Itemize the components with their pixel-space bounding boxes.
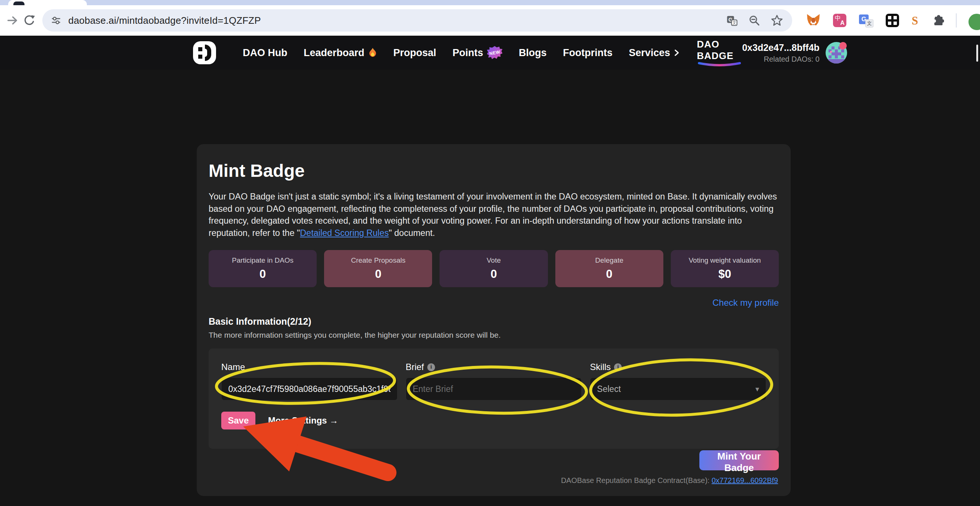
svg-text:文: 文 xyxy=(732,21,737,25)
bookmark-star-icon[interactable] xyxy=(771,14,783,27)
stat-delegate: Delegate 0 xyxy=(555,250,663,287)
nav-label: Leaderboard xyxy=(304,47,364,59)
brief-field-group: Brief i xyxy=(406,362,582,401)
nav-item-dao-hub[interactable]: DAO Hub xyxy=(243,47,287,59)
pink-translate-ext-icon[interactable]: 中A xyxy=(833,14,846,27)
stat-label: Participate in DAOs xyxy=(232,256,294,265)
translate-icon[interactable]: G文 xyxy=(726,14,738,26)
page-title: Mint Badge xyxy=(208,144,779,181)
name-input[interactable] xyxy=(221,377,398,401)
stat-label: Vote xyxy=(487,256,501,265)
more-settings-link[interactable]: More Settings → xyxy=(268,415,338,426)
basic-information-title: Basic Information(2/12) xyxy=(208,316,779,327)
nav-item-services[interactable]: Services xyxy=(629,47,680,59)
name-field-group: Name xyxy=(221,362,398,401)
wallet-info[interactable]: 0x3d2e47...8bff4b Related DAOs: 0 xyxy=(742,42,819,64)
forward-button[interactable] xyxy=(4,12,21,29)
notification-dot xyxy=(839,42,847,49)
webpage: DAO Hub Leaderboard Proposal Points NEW … xyxy=(0,36,980,506)
brief-label: Brief i xyxy=(406,362,582,372)
stat-label: Voting weight valuation xyxy=(689,256,760,265)
contract-footer-text: DAOBase Reputation Badge Contract(Base): xyxy=(561,476,712,484)
new-badge: NEW xyxy=(487,46,503,59)
extension-icons: 中A G文 S xyxy=(806,14,944,27)
grid-dot xyxy=(888,16,891,19)
flame-icon xyxy=(368,48,377,58)
stat-create-proposals: Create Proposals 0 xyxy=(324,250,432,287)
nav-item-points[interactable]: Points NEW xyxy=(452,46,503,59)
stat-voting-weight: Voting weight valuation $0 xyxy=(671,250,779,287)
nav-item-leaderboard[interactable]: Leaderboard xyxy=(304,47,377,59)
related-daos-count: Related DAOs: 0 xyxy=(742,55,819,64)
brief-input[interactable] xyxy=(406,377,582,401)
stat-value: 0 xyxy=(259,268,266,281)
stat-value: 0 xyxy=(490,268,497,281)
stat-vote: Vote 0 xyxy=(439,250,547,287)
logo-colon-mark xyxy=(198,47,202,59)
chevron-down-icon: ▾ xyxy=(756,385,759,393)
browser-profile-avatar[interactable] xyxy=(967,13,980,31)
stat-value: $0 xyxy=(718,268,731,281)
metamask-fox-icon[interactable] xyxy=(806,14,820,27)
skills-field-group: Skills i Select ▾ xyxy=(590,362,766,401)
nav-items: DAO Hub Leaderboard Proposal Points NEW … xyxy=(243,46,680,59)
site-navbar: DAO Hub Leaderboard Proposal Points NEW … xyxy=(0,36,980,70)
detailed-scoring-rules-link[interactable]: Detailed Scoring Rules xyxy=(300,228,389,238)
google-translate-ext-icon[interactable]: G文 xyxy=(859,14,873,27)
contract-footer: DAOBase Reputation Badge Contract(Base):… xyxy=(561,476,778,485)
stat-value: 0 xyxy=(606,268,612,281)
grid-dot xyxy=(894,16,897,19)
nav-label: Services xyxy=(629,47,670,59)
nav-label: Blogs xyxy=(519,47,547,59)
basic-information-subtitle: The more information settings you comple… xyxy=(208,330,779,340)
browser-tab-strip xyxy=(0,0,980,5)
stat-value: 0 xyxy=(375,268,381,281)
daobase-logo[interactable] xyxy=(193,41,216,64)
nav-label: Points xyxy=(452,47,483,59)
url-text[interactable]: daobase.ai/mintdaobadge?inviteId=1QZFZP xyxy=(68,15,726,26)
screenshot-root: daobase.ai/mintdaobadge?inviteId=1QZFZP … xyxy=(0,0,980,506)
mint-your-badge-button[interactable]: Mint Your Badge xyxy=(699,450,779,470)
reload-icon xyxy=(23,14,36,27)
black-grid-ext-icon[interactable] xyxy=(886,14,899,27)
basic-info-form-panel: Name Brief i Skills i xyxy=(208,348,779,449)
nav-item-proposal[interactable]: Proposal xyxy=(393,47,436,59)
badge-description: Your DAO Badge isn't just a static symbo… xyxy=(208,191,779,239)
browser-toolbar: daobase.ai/mintdaobadge?inviteId=1QZFZP … xyxy=(0,5,980,36)
a-glyph: A xyxy=(840,20,845,26)
nav-item-blogs[interactable]: Blogs xyxy=(519,47,547,59)
puzzle-extensions-icon[interactable] xyxy=(931,14,944,27)
mint-badge-card: Mint Badge Your DAO Badge isn't just a s… xyxy=(197,144,791,496)
logo-d-mark xyxy=(205,45,211,61)
orange-s-ext-icon[interactable]: S xyxy=(912,15,918,26)
wallet-address: 0x3d2e47...8bff4b xyxy=(742,42,819,53)
skills-select[interactable]: Select ▾ xyxy=(590,377,766,401)
active-tab[interactable] xyxy=(8,0,87,5)
stat-label: Delegate xyxy=(595,256,623,265)
site-settings-icon[interactable] xyxy=(51,15,62,26)
nav-item-footprints[interactable]: Footprints xyxy=(563,47,612,59)
nav-label: Footprints xyxy=(563,47,612,59)
brief-info-icon[interactable]: i xyxy=(427,363,435,371)
stat-participate-daos: Participate in DAOs 0 xyxy=(208,250,317,287)
tab-favicon xyxy=(13,2,24,5)
wen-glyph: 文 xyxy=(865,20,873,27)
zoom-minus-icon[interactable] xyxy=(748,14,760,26)
check-my-profile-link[interactable]: Check my profile xyxy=(208,298,779,308)
description-text-end: " document. xyxy=(389,228,435,238)
save-button[interactable]: Save xyxy=(221,412,255,429)
grid-dot xyxy=(894,22,897,25)
contract-address-link[interactable]: 0x772169...6092Bf9 xyxy=(712,476,778,484)
reload-button[interactable] xyxy=(21,12,38,29)
description-text: Your DAO Badge isn't just a static symbo… xyxy=(208,192,777,238)
skills-label: Skills i xyxy=(590,362,766,372)
skills-info-icon[interactable]: i xyxy=(614,363,622,371)
name-label: Name xyxy=(221,362,398,372)
scrollbar-thumb[interactable] xyxy=(976,45,978,62)
dao-badge-underline xyxy=(697,62,742,67)
stat-label: Create Proposals xyxy=(351,256,406,265)
forward-arrow-icon xyxy=(6,14,19,27)
nav-item-dao-badge-active[interactable]: DAO BADGE xyxy=(697,38,742,67)
url-bar[interactable]: daobase.ai/mintdaobadge?inviteId=1QZFZP … xyxy=(42,9,792,32)
user-avatar[interactable] xyxy=(826,42,847,64)
